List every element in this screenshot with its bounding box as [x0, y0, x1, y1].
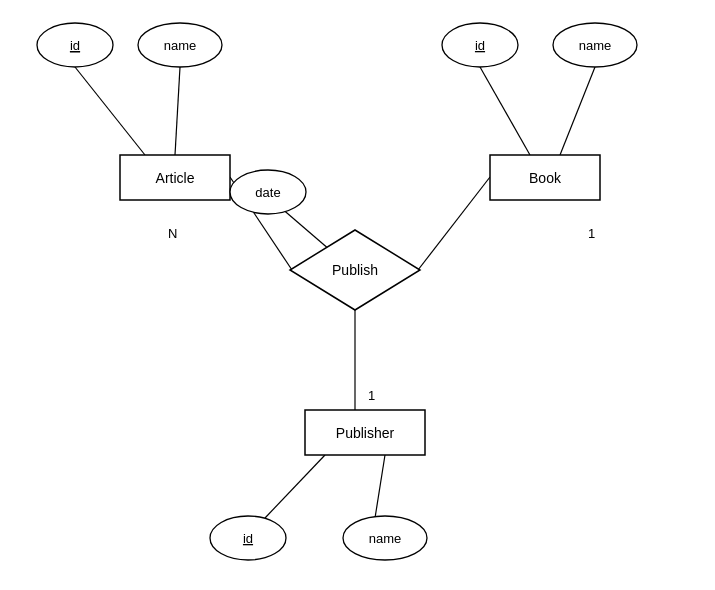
attr-publisher-id-label: id [243, 531, 253, 546]
line-publisher-id [265, 455, 325, 518]
line-book-name [560, 67, 595, 155]
cardinality-article: N [168, 226, 177, 241]
relationship-publish-label: Publish [332, 262, 378, 278]
line-article-name [175, 67, 180, 155]
attr-book-name-label: name [579, 38, 612, 53]
line-book-id [480, 67, 530, 155]
entity-publisher-label: Publisher [336, 425, 395, 441]
line-book-publish [418, 177, 490, 270]
cardinality-publisher: 1 [368, 388, 375, 403]
line-article-id [75, 67, 145, 155]
er-diagram: Article Book Publisher Publish id name i… [0, 0, 715, 590]
cardinality-book: 1 [588, 226, 595, 241]
line-publish-date [280, 207, 330, 250]
entity-book-label: Book [529, 170, 562, 186]
attr-article-id-label: id [70, 38, 80, 53]
entity-article-label: Article [156, 170, 195, 186]
attr-book-id-label: id [475, 38, 485, 53]
attr-publisher-name-label: name [369, 531, 402, 546]
line-publisher-name [375, 455, 385, 518]
attr-publish-date-label: date [255, 185, 280, 200]
attr-article-name-label: name [164, 38, 197, 53]
